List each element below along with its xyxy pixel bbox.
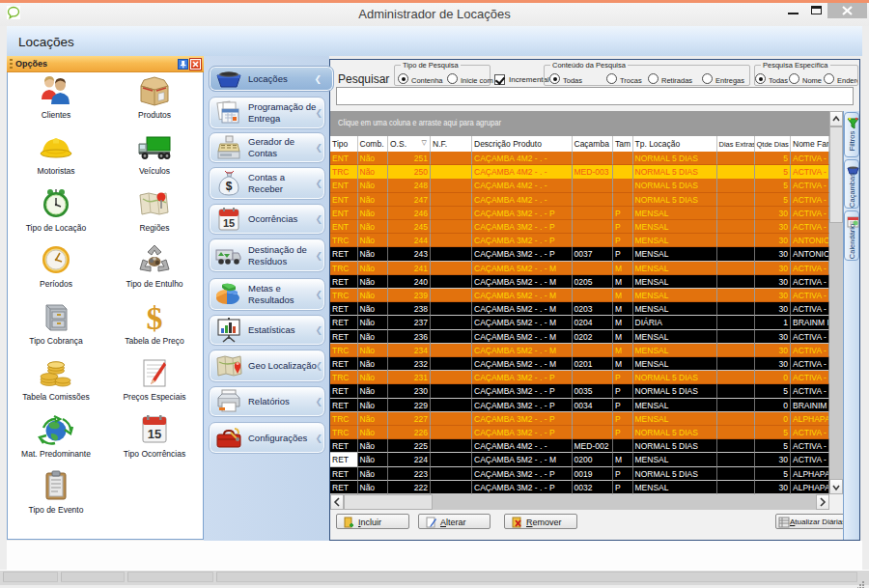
svg-text:15: 15: [148, 427, 161, 441]
svg-text:15: 15: [223, 217, 235, 229]
svg-text:$: $: [147, 300, 163, 333]
svg-text:$: $: [226, 180, 233, 193]
